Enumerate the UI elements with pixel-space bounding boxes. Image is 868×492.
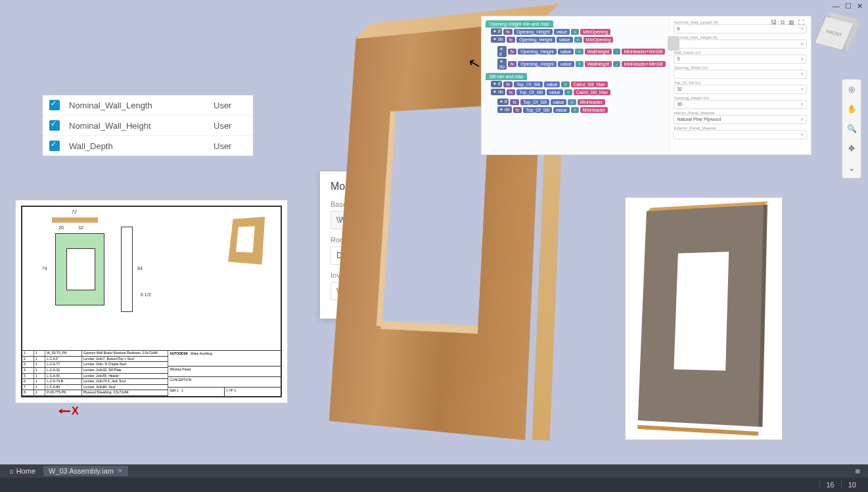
block-group-header[interactable]: Sill min and max xyxy=(486,73,527,80)
more-nav-icon[interactable]: ⌄ xyxy=(844,161,859,175)
status-bar: 16 10 xyxy=(0,478,868,492)
block-chip[interactable]: Top_Of_Sill xyxy=(514,81,543,87)
block-chip[interactable]: value xyxy=(551,99,567,105)
orbit-icon[interactable]: ◎ xyxy=(844,82,859,97)
block-chip[interactable]: MinOpening xyxy=(583,37,614,43)
grid-icon[interactable]: ▦ xyxy=(788,19,794,26)
pan-icon[interactable]: ✋ xyxy=(844,102,859,116)
block-chip[interactable]: < xyxy=(568,99,576,105)
block-chip[interactable]: Top_Of_Sill xyxy=(520,99,549,105)
minimize-button[interactable]: — xyxy=(833,2,840,11)
block-row[interactable]: ✦ iffxOpening_Heightvalue<MinOpening xyxy=(486,28,665,35)
view-cube-face[interactable]: FRONT xyxy=(814,16,854,51)
block-chip[interactable]: Calcd_Sill_Max xyxy=(571,81,608,87)
block-chip[interactable]: < xyxy=(571,29,579,35)
block-chip[interactable]: Top_Of_Sill xyxy=(523,107,552,113)
block-chip[interactable]: WallHeight xyxy=(585,61,612,67)
checkbox-icon[interactable] xyxy=(49,141,60,151)
block-chip[interactable]: MinHeader xyxy=(578,99,605,105)
parameter-list: Nominal_Wall_Length User Nominal_Wall_He… xyxy=(43,95,253,156)
field-input[interactable]: Natural Pine Plywood▾ xyxy=(674,115,807,124)
block-row[interactable]: ✦ iffxTop_Of_Sillvalue>Calcd_Sill_Max xyxy=(486,80,665,88)
field-input[interactable]: 5▾ xyxy=(674,55,807,64)
dimension: 74 xyxy=(42,266,47,271)
field-input[interactable]: ▾ xyxy=(674,39,807,49)
block-row[interactable]: ✦ dofxTop_Of_Sillvalue=Calcd_Sill_Max xyxy=(486,88,665,96)
bom-cell: 2 xyxy=(22,357,34,362)
checkbox-icon[interactable] xyxy=(49,100,60,110)
viewport-3d-secondary[interactable] xyxy=(625,197,783,440)
block-chip[interactable]: fx xyxy=(503,29,512,35)
block-chip[interactable]: Top_Of_Sill xyxy=(516,89,545,95)
block-chip[interactable]: > xyxy=(575,49,583,55)
block-chip[interactable]: Opening_Height xyxy=(518,49,557,55)
copy-icon[interactable]: ⧉ xyxy=(781,19,785,26)
block-chip[interactable]: = xyxy=(576,61,583,67)
block-chip[interactable]: value xyxy=(544,81,560,87)
block-row[interactable]: ✦ dofxOpening_Heightvalue=MinOpening xyxy=(486,35,665,43)
block-chip[interactable]: value xyxy=(554,29,570,35)
close-tab-icon[interactable]: ✕ xyxy=(118,468,123,474)
block-chip[interactable]: value xyxy=(553,107,570,113)
compass-icon[interactable]: ✥ xyxy=(844,141,859,156)
zoom-icon[interactable]: 🔍 xyxy=(844,122,859,136)
block-chip[interactable]: fx xyxy=(513,107,522,113)
param-row[interactable]: Wall_Depth User xyxy=(43,136,253,156)
block-chip[interactable]: Opening_Height xyxy=(514,29,553,35)
field-input[interactable]: ▾ xyxy=(674,70,807,79)
blocks-canvas[interactable]: Opening Height min and max ✦ iffxOpening… xyxy=(482,16,669,154)
block-chip[interactable]: fx xyxy=(507,37,515,43)
block-chip[interactable]: = xyxy=(571,107,579,113)
block-chip[interactable]: = xyxy=(574,37,582,43)
block-chip[interactable]: value xyxy=(558,61,574,67)
field-input[interactable]: 32▾ xyxy=(674,85,807,94)
bom-cell: 1 xyxy=(34,357,46,362)
drawing-sheet-thumbnail[interactable]: 72 20 32 74 84 6 1/2 11W_03-T0_PNGypsum … xyxy=(15,200,288,403)
block-chip[interactable]: - xyxy=(613,49,620,55)
block-chip[interactable]: MinHeader+MinSill xyxy=(622,61,666,67)
maximize-button[interactable]: ☐ xyxy=(845,2,852,11)
block-row[interactable]: ✦ dofxTop_Of_Sillvalue=MinHeader xyxy=(486,106,665,114)
document-tab[interactable]: W_03 Assembly.iam ✕ xyxy=(43,466,128,476)
block-chip[interactable]: MinHeader+MinSill xyxy=(622,49,666,55)
block-chip[interactable]: MinHeader xyxy=(580,107,608,113)
block-chip[interactable]: - xyxy=(613,61,620,67)
block-row[interactable]: ✦ iffxOpening_Heightvalue>WallHeight-Min… xyxy=(486,45,665,58)
form-field: Opening_Width (in)▾ xyxy=(674,66,807,79)
block-chip[interactable]: MinOpening xyxy=(580,29,610,35)
bom-cell: L-C-6-84 xyxy=(45,385,82,390)
close-button[interactable]: ✕ xyxy=(857,2,863,11)
block-chip[interactable]: Opening_Height xyxy=(518,61,557,67)
settings-icon[interactable]: ⛶ xyxy=(798,19,804,26)
param-row[interactable]: Nominal_Wall_Length User xyxy=(43,95,253,116)
block-chip[interactable]: fx xyxy=(510,99,518,105)
chevron-down-icon: ▾ xyxy=(801,117,804,122)
checkbox-icon[interactable] xyxy=(49,120,60,131)
bom-cell: 1 xyxy=(34,379,46,384)
block-chip[interactable]: value xyxy=(557,37,573,43)
block-row[interactable]: ✦ iffxTop_Of_Sillvalue<MinHeader xyxy=(486,98,665,106)
block-prefix: ✦ if xyxy=(491,81,502,87)
tab-menu-icon[interactable]: ≡ xyxy=(851,466,864,476)
block-chip[interactable]: Opening_Height xyxy=(516,37,555,43)
block-chip[interactable]: fx xyxy=(508,49,516,55)
field-input[interactable]: ▾ xyxy=(674,130,807,139)
view-cube[interactable]: FRONT xyxy=(819,18,852,51)
flask-icon[interactable] xyxy=(668,36,679,51)
panel-edge-bottom xyxy=(637,425,758,436)
block-chip[interactable]: Calcd_Sill_Max xyxy=(574,89,610,95)
block-chip[interactable]: WallHeight xyxy=(585,49,612,55)
param-row[interactable]: Nominal_Wall_Height User xyxy=(43,116,253,136)
field-input[interactable]: 30▾ xyxy=(674,100,807,109)
block-row[interactable]: ✦ dofxOpening_Heightvalue=WallHeight-Min… xyxy=(486,58,665,70)
home-tab[interactable]: ⌂ Home xyxy=(4,467,41,475)
block-chip[interactable]: value xyxy=(547,89,563,95)
save-icon[interactable]: 🖫 xyxy=(771,19,777,26)
block-group-header[interactable]: Opening Height min and max xyxy=(486,20,553,28)
block-chip[interactable]: > xyxy=(561,81,569,87)
block-chip[interactable]: fx xyxy=(508,61,516,67)
block-chip[interactable]: fx xyxy=(507,89,515,95)
block-chip[interactable]: fx xyxy=(503,81,512,87)
block-chip[interactable]: = xyxy=(564,89,572,95)
block-chip[interactable]: value xyxy=(558,49,574,55)
